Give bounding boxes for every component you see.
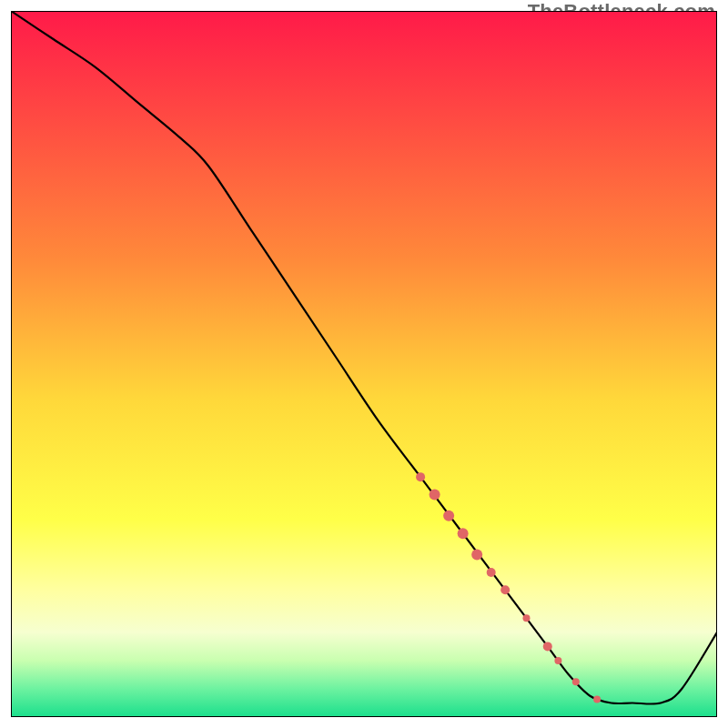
chart-svg [11,11,717,717]
plot-area [11,11,717,717]
highlight-marker [416,472,425,481]
highlight-marker [471,550,482,561]
highlight-marker [572,678,580,685]
gradient-background [11,11,717,717]
highlight-marker [430,490,440,500]
highlight-marker [443,511,454,521]
highlight-marker [543,642,552,651]
highlight-marker [500,585,510,594]
highlight-marker [554,657,561,664]
highlight-marker [522,614,530,622]
highlight-marker [458,528,469,539]
highlight-marker [487,568,496,577]
highlight-marker [593,696,601,703]
chart-container: TheBottleneck.com [0,0,728,728]
